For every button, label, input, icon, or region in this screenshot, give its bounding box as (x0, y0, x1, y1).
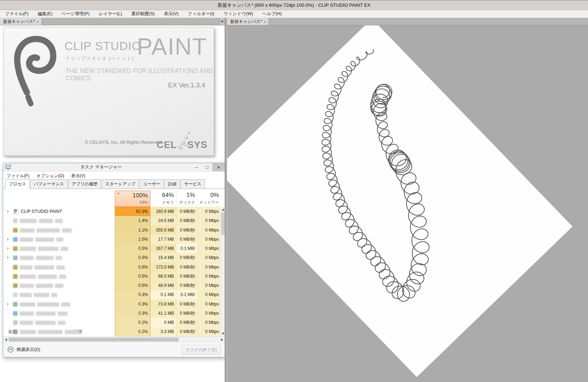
vertical-scrollbar[interactable] (220, 207, 225, 337)
column-header-network[interactable]: 0% ネットワーク (198, 191, 221, 207)
table-row[interactable]: 0.3%0.1 MB0.1 MB/秒0 Mbps (3, 290, 220, 299)
tm-tab-4[interactable]: ユーザー (140, 179, 164, 189)
end-task-button[interactable]: タスクの終了(E) (182, 345, 221, 355)
menu-item-1[interactable]: 編集(E) (38, 11, 52, 17)
expand-icon[interactable] (7, 256, 9, 259)
maximize-button[interactable]: □ (202, 163, 212, 171)
scroll-right-icon[interactable] (221, 338, 223, 341)
process-icon (13, 265, 18, 270)
table-row[interactable]: 0.5%15.4 MB0 MB/秒0 Mbps (3, 253, 220, 262)
expand-icon[interactable] (7, 238, 9, 241)
disk-cell: 0.1 MB/秒 (176, 290, 198, 299)
table-row[interactable]: 0.3%41.1 MB0 MB/秒0 Mbps (3, 309, 220, 318)
disk-cell: 0 MB/秒 (176, 207, 198, 216)
celsys-bubbles-icon (177, 138, 187, 150)
process-icon (13, 302, 18, 307)
modified-dot-icon: ● (37, 20, 38, 23)
menu-item-8[interactable]: ヘルプ(H) (262, 11, 282, 17)
task-manager-window: タスク マネージャー – □ × ファイル(F)オプション(O)表示(V) プロ… (3, 163, 225, 357)
table-row[interactable]: 0.2%3.3 MB0 MB/秒0 Mbps (3, 327, 220, 336)
process-icon (13, 218, 18, 223)
disk-cell: 0 MB/秒 (176, 300, 198, 309)
network-cell: 0 Mbps (198, 216, 220, 225)
left-canvas-tab[interactable]: 新規キャンバス* ● (0, 18, 42, 25)
column-header-memory[interactable]: 64% メモリ (150, 191, 176, 207)
memory-cell: 17.7 MB (150, 235, 176, 244)
network-cell: 0 Mbps (198, 318, 220, 327)
menu-item-6[interactable]: フィルター(I) (188, 11, 214, 17)
scroll-left-icon[interactable] (5, 338, 7, 341)
tm-menu-item-1[interactable]: オプション(O) (36, 173, 64, 179)
table-row[interactable]: 1.1%355.5 MB0 MB/秒0 Mbps (3, 226, 220, 235)
menu-item-0[interactable]: ファイル(F) (5, 11, 29, 17)
tm-tab-0[interactable]: プロセス (5, 179, 30, 189)
splash-copyright: © CELSYS, Inc. All Rights Reserved. (85, 140, 163, 145)
disk-cell: 0 MB/秒 (176, 272, 198, 281)
tm-menu-item-0[interactable]: ファイル(F) (7, 173, 29, 179)
tm-tab-3[interactable]: スタートアップ (102, 179, 139, 189)
table-row[interactable]: 0.2%0 MB0 MB/秒0 Mbps (3, 318, 220, 327)
horizontal-scroll-thumb[interactable] (9, 338, 179, 341)
memory-cell: 173.5 MB (150, 263, 176, 272)
minimize-button[interactable]: – (191, 163, 202, 171)
redacted-name (13, 246, 68, 251)
scroll-up-icon[interactable] (222, 209, 225, 211)
right-canvas-tab-label: 新規キャンバス* (230, 19, 262, 25)
right-canvas-tab[interactable]: 新規キャンバス* ● (227, 18, 269, 25)
expand-icon[interactable] (7, 303, 9, 306)
splash-product: PAINT (137, 33, 207, 60)
redacted-name (13, 320, 65, 325)
cpu-cell: 0.5% (115, 244, 150, 253)
expand-icon[interactable] (7, 247, 9, 250)
memory-cell: 41.1 MB (150, 309, 176, 318)
memory-cell: 0.1 MB (150, 290, 176, 299)
tm-tab-1[interactable]: パフォーマンス (30, 179, 68, 189)
table-row[interactable]: 1.0%17.7 MB0 MB/秒0 Mbps (3, 235, 220, 244)
menu-item-7[interactable]: ウィンドウ(W) (224, 11, 253, 17)
table-row[interactable]: 1.4%24.5 MB0 MB/秒0 Mbps (3, 216, 220, 225)
disk-cell: 0 MB/秒 (176, 309, 198, 318)
celsys-logo-right: SYS (187, 140, 207, 150)
menu-item-4[interactable]: 選択範囲(S) (131, 11, 155, 17)
process-icon (13, 228, 18, 233)
network-cell: 0 Mbps (198, 244, 220, 253)
tm-menu-item-2[interactable]: 表示(V) (71, 173, 85, 179)
column-header-cpu[interactable]: 100% CPU (115, 191, 150, 207)
column-header-disk[interactable]: 1% ディスク (176, 191, 198, 207)
menu-item-2[interactable]: ページ管理(P) (62, 11, 90, 17)
table-row[interactable]: 0.3%73.8 MB0 MB/秒0 Mbps (3, 300, 220, 309)
process-icon (13, 320, 18, 325)
close-button[interactable]: × (212, 163, 225, 171)
network-cell: 0 Mbps (198, 290, 220, 299)
left-pane-body: CLIP STUDIO クリップスタジオ [ペイント] PAINT THE NE… (0, 25, 225, 382)
menu-item-5[interactable]: 表示(V) (164, 11, 179, 17)
tab-list-dropdown-button[interactable] (219, 18, 225, 25)
left-tabstrip: 新規キャンバス* ● (0, 18, 225, 25)
rotated-canvas[interactable] (227, 25, 573, 377)
clip-studio-logo-icon (14, 35, 60, 109)
tm-tab-5[interactable]: 詳細 (164, 179, 180, 189)
menu-item-3[interactable]: レイヤー(L) (99, 11, 122, 17)
canvas-viewport[interactable] (227, 25, 588, 382)
disk-cell: 0 MB/秒 (176, 216, 198, 225)
table-row[interactable]: 0.5%48.9 MB0 MB/秒0 Mbps (3, 281, 220, 290)
memory-cell: 3.3 MB (150, 327, 176, 336)
network-cell: 0 Mbps (198, 235, 220, 244)
network-cell: 0 Mbps (198, 281, 220, 290)
tm-tab-6[interactable]: サービス (181, 179, 205, 189)
vertical-scroll-thumb[interactable] (221, 212, 225, 235)
tm-tab-2[interactable]: アプリの履歴 (68, 179, 101, 189)
table-row[interactable]: 0.5%173.5 MB0 MB/秒0 Mbps (3, 263, 220, 272)
table-row[interactable]: 0.5%167.7 MB0.1 MB/秒0 Mbps (3, 244, 220, 253)
disk-label: ディスク (176, 199, 197, 205)
table-row[interactable]: 0.5%86.0 MB0 MB/秒0 Mbps (3, 272, 220, 281)
expand-icon[interactable] (7, 210, 9, 213)
table-row[interactable]: CLIP STUDIO PAINT92.3%160.9 MB0 MB/秒0 Mb… (3, 207, 220, 216)
pane-splitter[interactable] (225, 18, 227, 382)
task-manager-app-icon (5, 165, 11, 170)
scroll-down-icon[interactable] (222, 333, 225, 335)
simple-view-toggle[interactable]: 簡易表示(D) (7, 346, 40, 353)
sort-descending-icon (117, 193, 120, 195)
simple-view-label: 簡易表示(D) (17, 347, 40, 353)
cpu-cell: 1.1% (115, 226, 150, 235)
